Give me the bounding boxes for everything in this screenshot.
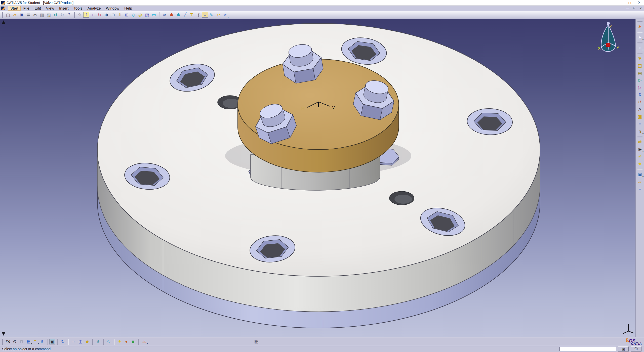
explode-icon[interactable]: ✳ — [636, 153, 643, 160]
restore-button[interactable]: □ — [625, 0, 634, 5]
doc-restore-button[interactable]: □ — [631, 6, 637, 9]
dropdown-caret-icon[interactable]: ▾ — [228, 16, 229, 18]
box-folder-icon[interactable]: ▱ — [636, 178, 643, 185]
menu-edit[interactable]: Edit — [32, 6, 43, 11]
snap-icon[interactable]: ◉▾ — [636, 146, 643, 153]
select-icon[interactable]: ➤▾ — [636, 34, 643, 41]
distance-band-icon[interactable]: ╱ — [182, 12, 188, 18]
dropdown-caret-icon[interactable]: ▾ — [642, 39, 643, 41]
open-folder-icon[interactable]: ▱ — [11, 12, 18, 18]
attach-clip-icon[interactable]: ∮ — [195, 12, 202, 18]
screwdriver-tool-icon[interactable]: ✎ — [208, 12, 215, 18]
close-button[interactable]: × — [634, 0, 644, 5]
update-assembly-icon[interactable]: ✱ — [175, 12, 182, 18]
formula-icon[interactable]: f(x) — [5, 338, 11, 345]
measure-item-icon[interactable]: ◫ — [77, 338, 84, 345]
depth-effect-icon[interactable]: ▭ — [150, 12, 157, 18]
lock-icon[interactable]: ⊓ — [18, 338, 25, 345]
catalog-browser-icon[interactable]: @ — [95, 338, 101, 345]
menu-window[interactable]: Window — [104, 6, 122, 11]
command-input[interactable] — [559, 347, 616, 351]
whats-this-icon[interactable]: ? — [66, 12, 72, 18]
doc-minimize-button[interactable]: — — [624, 6, 631, 9]
redo-icon[interactable]: ↻ — [59, 12, 66, 18]
dropdown-caret-icon[interactable]: ▾ — [642, 49, 643, 51]
comment-icon[interactable]: ⊜ — [11, 338, 18, 345]
graphic-properties-icon[interactable]: ■ — [130, 338, 137, 345]
menu-insert[interactable]: Insert — [57, 6, 71, 11]
jack-tool-icon[interactable]: ⊤ — [188, 12, 195, 18]
doc-close-button[interactable]: × — [637, 6, 644, 10]
multi-view-icon[interactable]: ⊞ — [123, 12, 130, 18]
dropdown-caret-icon[interactable]: ▾ — [642, 176, 643, 178]
menu-help[interactable]: Help — [122, 6, 134, 11]
select-field-icon[interactable]: ➤▾ — [636, 45, 643, 51]
lock-parameter-icon[interactable]: ⊓▾ — [32, 338, 38, 345]
print-icon[interactable]: ▤ — [25, 12, 32, 18]
generate-numbering-icon[interactable]: A — [636, 106, 643, 113]
minimize-button[interactable]: — — [615, 0, 625, 5]
space-analysis-icon[interactable]: ◇ — [105, 338, 112, 345]
scroll-up-icon[interactable] — [2, 20, 5, 24]
dropdown-caret-icon[interactable]: ▾ — [642, 133, 643, 135]
measure-between-icon[interactable]: ⇔ — [202, 12, 208, 18]
render-style-icon[interactable]: ◎ — [137, 12, 144, 18]
through-hole-2[interactable] — [389, 191, 414, 205]
turntable-icon[interactable]: ↻ — [59, 338, 66, 345]
workbench-icon[interactable]: ✱ — [636, 23, 643, 30]
rotate-icon[interactable]: ↻ — [96, 12, 103, 18]
copy-icon[interactable]: ▥ — [38, 12, 45, 18]
render-icon[interactable]: ● — [123, 338, 130, 345]
measure-between-icon[interactable]: ⇔ — [70, 338, 77, 345]
manage-representations-icon[interactable]: ▣ — [636, 113, 643, 120]
undo-move-icon[interactable]: ↩ — [215, 12, 222, 18]
measure-inertia-icon[interactable]: ◆ — [84, 338, 91, 345]
camera-capture-icon[interactable]: ▣ — [49, 339, 55, 344]
menu-start[interactable]: Start — [8, 6, 21, 11]
product-structure-icon[interactable]: ≡ — [636, 186, 643, 192]
snap-constraints-icon[interactable]: ✳▾ — [222, 12, 228, 18]
menu-view[interactable]: View — [44, 6, 56, 11]
constraints-toolbar-icon[interactable]: ⇆▾ — [141, 338, 147, 345]
normal-view-icon[interactable]: ⇧ — [116, 12, 123, 18]
menu-file[interactable]: File — [21, 6, 32, 11]
open-gear-document-icon[interactable]: ▤ — [636, 62, 643, 69]
paste-icon[interactable]: ▨ — [45, 12, 52, 18]
grid-icon[interactable]: ▦ — [253, 338, 260, 345]
sectioning-icon[interactable]: ▣▾ — [636, 171, 643, 178]
fast-multi-instantiation-icon[interactable]: n▾ — [636, 128, 643, 135]
fit-all-in-icon[interactable]: ⇧ — [83, 12, 89, 18]
menu-analyze[interactable]: Analyze — [85, 6, 103, 11]
window-mode-button[interactable]: ▣ — [618, 346, 629, 351]
pan-icon[interactable]: + — [89, 12, 96, 18]
undo-icon[interactable]: ↺ — [52, 12, 59, 18]
rules-icon[interactable]: {} — [38, 338, 45, 345]
update-icon[interactable]: ✱ — [636, 55, 643, 62]
scroll-down-icon[interactable] — [2, 332, 5, 336]
compass[interactable]: Z X Y — [598, 22, 619, 52]
smart-move-icon[interactable]: ★ — [636, 160, 643, 167]
manipulation-icon[interactable]: ⇄ — [636, 139, 643, 145]
deactivate-node-icon[interactable]: ✗ — [636, 92, 643, 98]
menu-tools[interactable]: Tools — [71, 6, 85, 11]
document-icon[interactable] — [1, 7, 5, 10]
isometric-view-icon[interactable]: ◇ — [130, 12, 137, 18]
view-mode-icon[interactable]: ▧ — [144, 12, 150, 18]
dropdown-caret-icon[interactable]: ▾ — [642, 151, 643, 153]
apply-material-icon[interactable]: ✦ — [116, 338, 123, 345]
zoom-out-icon[interactable]: ⊖ — [110, 12, 116, 18]
info-button[interactable]: ⓘ — [631, 346, 641, 351]
clash-analysis-icon[interactable]: ✱ — [168, 12, 175, 18]
zoom-in-icon[interactable]: ⊕ — [103, 12, 110, 18]
cut-icon[interactable]: ✂ — [32, 12, 38, 18]
fly-mode-icon[interactable]: ✈ — [76, 12, 83, 18]
new-document-icon[interactable]: ▢ — [5, 12, 11, 18]
insert-component-icon[interactable]: ▷ — [636, 77, 643, 84]
save-gear-document-icon[interactable]: ▤ — [636, 70, 643, 76]
insert-part-icon[interactable]: ▷ — [636, 84, 643, 91]
dropdown-caret-icon[interactable]: ▾ — [147, 343, 148, 345]
hide-show-glasses-icon[interactable]: ∞ — [161, 12, 168, 18]
graph-tree-icon[interactable]: ≡ — [636, 121, 643, 127]
model-canvas[interactable]: H V Z X Y — [0, 19, 635, 337]
viewport-3d[interactable]: H V Z X Y — [0, 19, 635, 337]
